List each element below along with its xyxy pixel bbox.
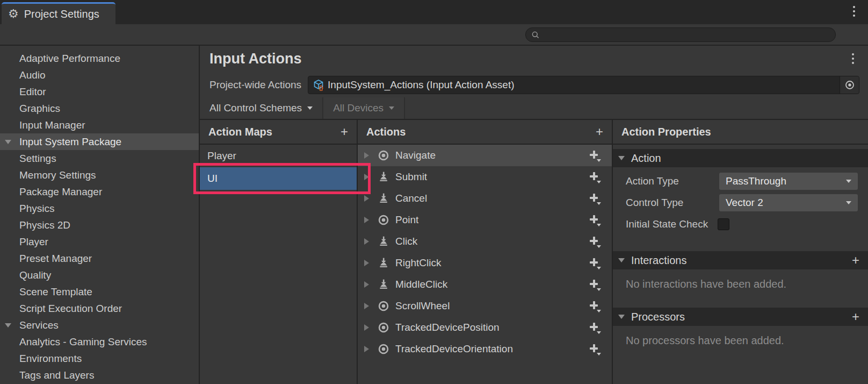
sidebar-item-label: Environments — [19, 353, 82, 364]
add-binding-button[interactable] — [588, 235, 601, 248]
add-binding-button[interactable] — [588, 149, 601, 162]
add-binding-button[interactable] — [588, 321, 601, 334]
action-map-row[interactable]: UI — [200, 167, 357, 190]
window-menu-icon[interactable] — [850, 6, 858, 17]
action-maps-title: Action Maps — [208, 126, 272, 138]
svg-text:{}: {} — [319, 85, 323, 91]
initial-state-checkbox[interactable] — [718, 218, 729, 230]
action-button-icon — [377, 193, 390, 204]
action-row[interactable]: MiddleClick — [358, 274, 612, 295]
action-row[interactable]: ScrollWheel — [358, 295, 612, 317]
action-row[interactable]: TrackedDevicePosition — [358, 317, 612, 338]
expand-arrow-icon[interactable] — [364, 281, 369, 288]
action-row[interactable]: Submit — [358, 166, 612, 188]
sidebar-item[interactable]: Graphics — [0, 100, 199, 117]
action-button-icon — [377, 236, 390, 247]
sidebar-item-label: Audio — [19, 69, 46, 81]
processors-foldout[interactable]: Processors + — [613, 308, 868, 326]
action-value-icon — [377, 300, 390, 312]
foldout-arrow-icon[interactable] — [5, 140, 11, 144]
action-maps-header: Action Maps + — [200, 120, 357, 145]
sidebar-item[interactable]: Environments — [0, 350, 199, 367]
sidebar-item[interactable]: Script Execution Order — [0, 300, 199, 317]
search-box[interactable] — [525, 27, 836, 42]
action-type-row: Action Type PassThrough — [626, 170, 858, 192]
sidebar-item-label: Package Manager — [19, 186, 102, 197]
search-input[interactable] — [544, 30, 830, 39]
expand-arrow-icon[interactable] — [364, 174, 369, 180]
expand-arrow-icon[interactable] — [364, 217, 369, 223]
sidebar-item[interactable]: Package Manager — [0, 183, 199, 200]
sidebar-item-label: Adaptive Performance — [19, 53, 120, 64]
foldout-arrow-icon[interactable] — [5, 323, 11, 328]
add-action-button[interactable]: + — [596, 125, 603, 138]
add-binding-button[interactable] — [588, 170, 601, 183]
add-action-map-button[interactable]: + — [341, 125, 348, 138]
sidebar-item[interactable]: Player — [0, 233, 199, 250]
action-foldout[interactable]: Action — [613, 149, 868, 167]
action-label: MiddleClick — [395, 279, 588, 290]
settings-sidebar: Adaptive Performance Audio Editor Graphi… — [0, 46, 200, 384]
sidebar-item[interactable]: Analytics - Gaming Services — [0, 333, 199, 350]
sidebar-item[interactable]: Audio — [0, 67, 199, 83]
sidebar-item[interactable]: Services — [0, 317, 199, 333]
expand-arrow-icon[interactable] — [364, 303, 369, 309]
expand-arrow-icon[interactable] — [364, 238, 369, 245]
control-type-dropdown[interactable]: Vector 2 — [719, 194, 858, 211]
sidebar-item[interactable]: Adaptive Performance — [0, 50, 199, 67]
action-row[interactable]: RightClick — [358, 252, 612, 274]
expand-arrow-icon[interactable] — [364, 346, 369, 352]
sidebar-item-label: Physics — [19, 203, 54, 214]
add-binding-button[interactable] — [588, 300, 601, 312]
action-row[interactable]: Navigate — [358, 145, 612, 166]
expand-arrow-icon[interactable] — [364, 195, 369, 202]
action-value-icon — [377, 150, 390, 161]
add-binding-button[interactable] — [588, 278, 601, 291]
control-schemes-dropdown[interactable]: All Control Schemes — [200, 97, 323, 119]
tab-project-settings[interactable]: ⚙ Project Settings — [2, 2, 115, 24]
sidebar-item-label: Preset Manager — [19, 253, 92, 264]
action-row[interactable]: Click — [358, 231, 612, 252]
action-button-icon — [377, 171, 390, 183]
action-value-icon — [377, 214, 390, 226]
action-type-dropdown[interactable]: PassThrough — [719, 173, 858, 190]
devices-dropdown[interactable]: All Devices — [323, 97, 405, 119]
add-binding-button[interactable] — [588, 192, 601, 205]
asset-object-field[interactable]: {} InputSystem_Actions (Input Action Ass… — [308, 76, 859, 94]
sidebar-item[interactable]: Physics — [0, 200, 199, 217]
add-binding-button[interactable] — [588, 214, 601, 226]
expand-arrow-icon[interactable] — [364, 260, 369, 266]
expand-arrow-icon[interactable] — [364, 324, 369, 331]
sidebar-item[interactable]: Input Manager — [0, 117, 199, 133]
sidebar-item-label: Input Manager — [19, 119, 85, 131]
processors-title: Processors — [631, 311, 852, 323]
action-row[interactable]: TrackedDeviceOrientation — [358, 338, 612, 360]
sidebar-item[interactable]: Editor — [0, 83, 199, 100]
sidebar-item-label: Services — [19, 319, 59, 331]
sidebar-item[interactable]: Settings — [0, 150, 199, 167]
add-binding-button[interactable] — [588, 257, 601, 269]
sidebar-item[interactable]: Input System Package — [0, 133, 199, 150]
action-row[interactable]: Point — [358, 209, 612, 231]
object-picker-button[interactable] — [840, 76, 859, 94]
input-actions-menu-icon[interactable] — [849, 53, 857, 64]
add-processor-button[interactable]: + — [852, 310, 859, 323]
interactions-foldout[interactable]: Interactions + — [613, 251, 868, 269]
add-binding-button[interactable] — [588, 343, 601, 355]
action-row[interactable]: Cancel — [358, 188, 612, 209]
foldout-arrow-icon — [618, 315, 625, 319]
sidebar-item[interactable]: Preset Manager — [0, 250, 199, 267]
initial-state-row: Initial State Check — [626, 214, 858, 235]
action-label: Submit — [395, 171, 588, 183]
action-properties-panel: Action Properties Action Action Type Pas… — [613, 120, 868, 384]
sidebar-item[interactable]: Tags and Layers — [0, 367, 199, 383]
sidebar-item[interactable]: Memory Settings — [0, 167, 199, 183]
sidebar-item[interactable]: Physics 2D — [0, 217, 199, 233]
action-map-row[interactable]: Player — [200, 145, 357, 167]
expand-arrow-icon[interactable] — [364, 152, 369, 159]
sidebar-item[interactable]: Scene Template — [0, 283, 199, 300]
add-interaction-button[interactable]: + — [852, 254, 859, 267]
action-map-label: UI — [207, 173, 218, 184]
main-content: Input Actions Project-wide Actions {} In… — [200, 46, 868, 384]
sidebar-item[interactable]: Quality — [0, 267, 199, 283]
